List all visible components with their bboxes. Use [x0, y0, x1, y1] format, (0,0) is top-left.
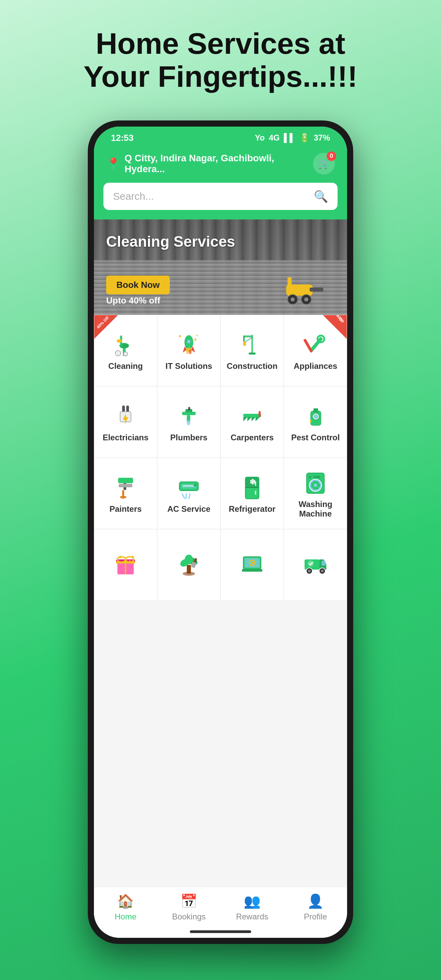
service-ac[interactable]: AC Service [157, 458, 221, 529]
service-laptop[interactable] [221, 529, 284, 601]
svg-point-5 [304, 298, 308, 301]
svg-rect-63 [120, 496, 126, 498]
electricians-icon [113, 404, 138, 429]
svg-point-103 [251, 562, 253, 564]
svg-rect-55 [314, 408, 318, 412]
svg-rect-26 [245, 336, 253, 337]
svg-point-80 [314, 484, 317, 487]
search-area: Search... 🔍 [94, 183, 347, 220]
header: 📍 Q Citty, Indira Nagar, Gachibowli, Hyd… [94, 147, 347, 183]
location-text: Q Citty, Indira Nagar, Gachibowli, Hyder… [124, 153, 313, 175]
home-bar [190, 930, 251, 933]
book-now-button[interactable]: Book Now [106, 275, 170, 294]
service-electricians[interactable]: Electricians [94, 386, 157, 458]
nav-profile[interactable]: 👤 Profile [284, 893, 347, 921]
svg-rect-48 [243, 414, 261, 417]
cart-badge: 0 [327, 151, 336, 161]
svg-text:★: ★ [118, 554, 123, 560]
svg-text:★: ★ [131, 554, 135, 559]
rewards-icon: 👥 [244, 893, 261, 909]
svg-point-22 [179, 335, 181, 337]
profile-icon: 👤 [307, 893, 324, 909]
painters-label: Painters [110, 504, 142, 514]
construction-label: Construction [227, 361, 277, 371]
service-gardening[interactable] [157, 529, 221, 601]
svg-point-24 [194, 339, 196, 340]
carpenters-label: Carpenters [231, 433, 274, 442]
svg-line-70 [189, 493, 190, 499]
it-label: IT Solutions [166, 361, 212, 371]
svg-text:★: ★ [128, 559, 131, 563]
svg-rect-75 [255, 491, 256, 495]
cleaning-icon [113, 333, 138, 357]
profile-label: Profile [304, 912, 327, 921]
svg-point-13 [115, 350, 121, 356]
svg-point-21 [189, 350, 191, 354]
service-plumbers[interactable]: Plumbers [157, 386, 221, 458]
appliances-label: Appliances [294, 361, 337, 371]
home-label: Home [115, 912, 137, 921]
nav-home[interactable]: 🏠 Home [94, 893, 157, 921]
pin-icon: 📍 [106, 157, 121, 170]
bookings-label: Bookings [172, 912, 206, 921]
plumbers-label: Plumbers [170, 433, 207, 442]
fridge-label: Refrigerator [229, 504, 275, 514]
service-construction[interactable]: Construction [221, 315, 284, 386]
cart-button[interactable]: 🛒 0 [313, 153, 335, 175]
search-placeholder: Search... [113, 191, 308, 202]
banner[interactable]: Cleaning Services Book Now Upto 40% off [94, 220, 347, 315]
laptop-icon [240, 552, 264, 576]
svg-point-12 [117, 339, 122, 343]
status-right: Yo 4G ▌▌ 🔋 37% [255, 133, 330, 143]
4g-icon: 4G [269, 133, 280, 143]
it-icon [177, 333, 201, 357]
service-truck[interactable] [284, 529, 347, 601]
service-it[interactable]: IT Solutions [157, 315, 221, 386]
svg-rect-106 [322, 561, 326, 566]
nav-rewards[interactable]: 👥 Rewards [221, 893, 284, 921]
svg-rect-1 [310, 288, 323, 292]
home-indicator [94, 926, 347, 938]
service-carpenters[interactable]: Carpenters [221, 386, 284, 458]
search-box[interactable]: Search... 🔍 [103, 183, 338, 210]
services-scroll[interactable]: 40% Off Cleaning [94, 315, 347, 887]
svg-point-14 [124, 352, 127, 356]
vacuum-icon [279, 267, 327, 308]
services-grid: 40% Off Cleaning [94, 315, 347, 601]
service-gift[interactable]: ★ ★ ★ [94, 529, 157, 601]
truck-icon [303, 552, 328, 576]
search-icon[interactable]: 🔍 [314, 189, 328, 203]
service-fridge[interactable]: ❄ Refrigerator [221, 458, 284, 529]
svg-point-96 [185, 555, 193, 564]
service-washing[interactable]: Washing Machine [284, 458, 347, 529]
svg-rect-0 [286, 284, 313, 296]
status-bar: 12:53 Yo 4G ▌▌ 🔋 37% [94, 127, 347, 147]
gift-icon: ★ ★ ★ [113, 552, 138, 576]
service-appliances[interactable]: 40% Off Appliances [284, 315, 347, 386]
plumbers-icon [177, 404, 201, 429]
svg-marker-50 [247, 417, 252, 421]
svg-rect-82 [314, 476, 320, 479]
location-area[interactable]: 📍 Q Citty, Indira Nagar, Gachibowli, Hyd… [106, 153, 313, 175]
svg-marker-49 [243, 417, 247, 421]
service-painters[interactable]: Painters [94, 458, 157, 529]
service-pest[interactable]: Pest Control [284, 386, 347, 458]
svg-rect-27 [243, 336, 245, 342]
svg-rect-58 [310, 420, 311, 423]
gardening-icon [177, 552, 201, 576]
svg-rect-101 [242, 569, 262, 572]
svg-point-57 [314, 414, 318, 418]
svg-point-110 [321, 570, 323, 572]
nav-bookings[interactable]: 📅 Bookings [157, 893, 221, 921]
svg-point-45 [187, 420, 190, 425]
svg-marker-52 [256, 417, 260, 421]
svg-point-93 [183, 572, 195, 576]
svg-rect-31 [243, 342, 246, 346]
svg-rect-38 [303, 339, 313, 353]
phone-wrapper: 12:53 Yo 4G ▌▌ 🔋 37% 📍 Q Citty, Indira N… [88, 121, 353, 944]
signal-icon: Yo [255, 133, 265, 143]
svg-rect-66 [183, 485, 195, 487]
svg-point-18 [187, 340, 191, 344]
service-cleaning[interactable]: 40% Off Cleaning [94, 315, 157, 386]
bottom-nav: 🏠 Home 📅 Bookings 👥 Rewards 👤 Profile [94, 887, 347, 926]
